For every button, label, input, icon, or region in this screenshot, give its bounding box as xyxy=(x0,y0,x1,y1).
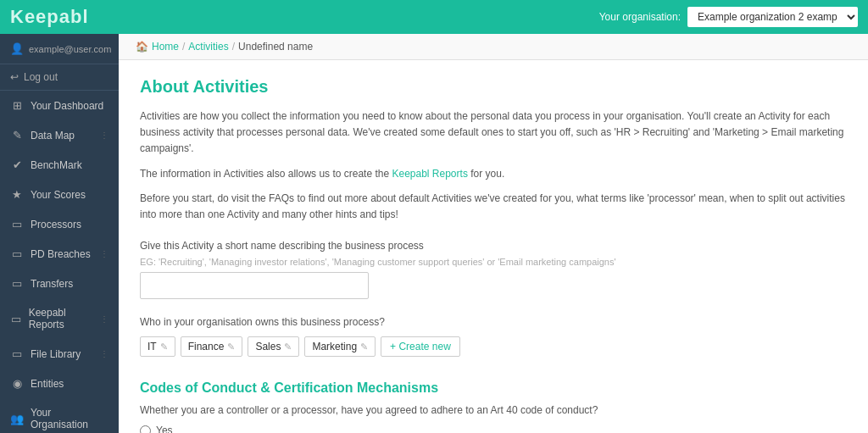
sidebar-item-datamap[interactable]: ✎ Data Map ⋮ xyxy=(0,120,119,150)
breadcrumb-sep1: / xyxy=(182,41,185,53)
sidebar-item-filelibrary[interactable]: ▭ File Library ⋮ xyxy=(0,339,119,369)
sidebar-label: Processors xyxy=(31,219,81,230)
owner-section: Who in your organisation owns this busin… xyxy=(140,316,847,357)
logout-icon: ↩ xyxy=(10,71,19,83)
owner-tag-marketing: Marketing ✎ xyxy=(304,336,376,357)
logo: Keepabl xyxy=(10,6,89,28)
keepablreports-icon: ▭ xyxy=(10,313,22,325)
codes-section: Codes of Conduct & Certification Mechani… xyxy=(140,380,847,433)
breadcrumb-home[interactable]: Home xyxy=(152,41,179,53)
description-1: Activities are how you collect the infor… xyxy=(140,108,847,158)
page-content: About Activities Activities are how you … xyxy=(119,60,868,433)
topbar-right: Your organisation: Example organization … xyxy=(599,7,858,27)
processors-icon: ▭ xyxy=(10,218,24,230)
benchmark-icon: ✔ xyxy=(10,158,24,171)
sidebar-item-transfers[interactable]: ▭ Transfers xyxy=(0,269,119,298)
sidebar-item-keepablreports[interactable]: ▭ Keepabl Reports ⋮ xyxy=(0,298,119,339)
sidebar-label: BenchMark xyxy=(31,159,82,171)
owner-tag-it-edit[interactable]: ✎ xyxy=(160,341,168,353)
owner-tag-finance-label: Finance xyxy=(188,341,225,353)
owner-label: Who in your organisation owns this busin… xyxy=(140,316,847,328)
activity-name-section: Give this Activity a short name describi… xyxy=(140,240,847,299)
owner-tag-marketing-edit[interactable]: ✎ xyxy=(360,341,368,353)
radio-yes-input[interactable] xyxy=(140,425,151,433)
home-icon: 🏠 xyxy=(136,41,148,53)
org-label: Your organisation: xyxy=(599,11,681,23)
owner-tag-finance: Finance ✎ xyxy=(181,336,243,357)
expand-icon: ⋮ xyxy=(100,249,108,258)
radio-yes[interactable]: Yes xyxy=(140,425,847,433)
expand-icon: ⋮ xyxy=(100,314,108,324)
logo-text: Keepabl xyxy=(10,6,89,27)
sidebar-item-pdbreaches[interactable]: ▭ PD Breaches ⋮ xyxy=(0,239,119,269)
sidebar-label: PD Breaches xyxy=(31,248,91,260)
sidebar-item-dashboard[interactable]: ⊞ Your Dashboard xyxy=(0,91,119,120)
owner-tag-finance-edit[interactable]: ✎ xyxy=(227,341,235,353)
owner-tag-it: IT ✎ xyxy=(140,336,175,357)
sidebar-label: Your Scores xyxy=(31,189,86,201)
datamap-icon: ✎ xyxy=(10,129,24,142)
yourorg-icon: 👥 xyxy=(10,413,24,425)
radio-yes-label: Yes xyxy=(156,425,173,433)
owner-tag-marketing-label: Marketing xyxy=(312,341,357,353)
owner-tags: IT ✎ Finance ✎ Sales ✎ Marketing ✎ xyxy=(140,336,847,357)
breadcrumb-activities[interactable]: Activities xyxy=(188,41,228,53)
sidebar-item-yourorg[interactable]: 👥 Your Organisation xyxy=(0,398,119,433)
sidebar-label: Entities xyxy=(31,378,64,390)
content-area: 🏠 Home / Activities / Undefined name Abo… xyxy=(119,34,868,433)
sidebar-item-scores[interactable]: ★ Your Scores xyxy=(0,180,119,209)
scores-icon: ★ xyxy=(10,188,24,201)
logout-label: Log out xyxy=(24,71,58,83)
sidebar-label: Your Organisation xyxy=(31,407,108,430)
filelibrary-icon: ▭ xyxy=(10,347,24,360)
owner-tag-sales: Sales ✎ xyxy=(248,336,299,357)
codes-title: Codes of Conduct & Certification Mechani… xyxy=(140,380,847,396)
sidebar-user: 👤 example@user.com xyxy=(0,34,119,64)
breadcrumb: 🏠 Home / Activities / Undefined name xyxy=(119,34,868,60)
codes-description: Whether you are a controller or a proces… xyxy=(140,404,847,416)
codes-radio-group: Yes No xyxy=(140,425,847,433)
transfers-icon: ▭ xyxy=(10,277,24,290)
create-new-button[interactable]: + Create new xyxy=(381,336,460,357)
breadcrumb-sep2: / xyxy=(232,41,235,53)
keepabl-reports-link[interactable]: Keepabl Reports xyxy=(392,168,467,180)
sidebar-item-processors[interactable]: ▭ Processors xyxy=(0,209,119,239)
activity-name-input[interactable] xyxy=(140,272,369,299)
topbar: Keepabl Your organisation: Example organ… xyxy=(0,0,868,34)
sidebar-label: Keepabl Reports xyxy=(29,307,93,330)
activity-name-sublabel: EG: 'Recruiting', 'Managing investor rel… xyxy=(140,257,847,267)
org-selector[interactable]: Example organization 2 examp xyxy=(687,7,858,27)
owner-tag-sales-edit[interactable]: ✎ xyxy=(284,341,292,353)
page-title: About Activities xyxy=(140,77,847,97)
owner-tag-sales-label: Sales xyxy=(255,341,281,353)
expand-icon: ⋮ xyxy=(100,349,108,358)
user-icon: 👤 xyxy=(10,42,24,55)
expand-icon: ⋮ xyxy=(100,130,108,140)
sidebar: 👤 example@user.com ↩ Log out ⊞ Your Dash… xyxy=(0,34,119,433)
description-2: The information in Activities also allow… xyxy=(140,166,847,182)
breadcrumb-current: Undefined name xyxy=(238,41,313,53)
user-email: example@user.com xyxy=(29,44,111,54)
sidebar-label: File Library xyxy=(31,348,81,360)
description-3: Before you start, do visit the FAQs to f… xyxy=(140,191,847,223)
sidebar-label: Data Map xyxy=(31,130,75,142)
entities-icon: ◉ xyxy=(10,377,24,390)
logout-button[interactable]: ↩ Log out xyxy=(0,64,119,91)
main-layout: 👤 example@user.com ↩ Log out ⊞ Your Dash… xyxy=(0,34,868,433)
dashboard-icon: ⊞ xyxy=(10,99,24,112)
sidebar-label: Transfers xyxy=(31,278,73,290)
activity-name-label: Give this Activity a short name describi… xyxy=(140,240,847,252)
sidebar-item-entities[interactable]: ◉ Entities xyxy=(0,369,119,398)
sidebar-label: Your Dashboard xyxy=(31,100,103,112)
pdbreaches-icon: ▭ xyxy=(10,247,24,260)
sidebar-item-benchmark[interactable]: ✔ BenchMark xyxy=(0,150,119,180)
owner-tag-it-label: IT xyxy=(147,341,157,353)
